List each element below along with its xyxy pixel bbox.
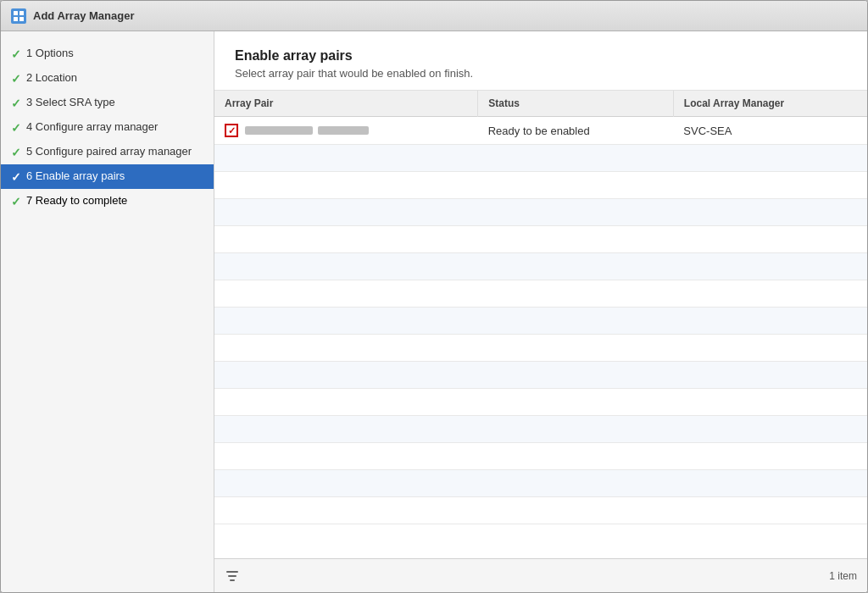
add-array-manager-window: Add Array Manager ✓ 1 Options ✓ 2 Locati… — [0, 0, 868, 593]
footer-icons — [225, 568, 240, 584]
content-title: Enable array pairs — [235, 48, 847, 64]
svg-rect-1 — [19, 11, 24, 15]
svg-rect-2 — [14, 17, 18, 21]
item-count: 1 item — [829, 570, 857, 582]
content-area: Enable array pairs Select array pair tha… — [214, 31, 867, 592]
sidebar-item-label-6: 6 Enable array pairs — [26, 169, 125, 184]
sidebar-item-label-7: 7 Ready to complete — [26, 194, 127, 208]
table-footer: 1 item — [214, 558, 867, 592]
sidebar-item-label-4: 4 Configure array manager — [26, 120, 158, 135]
table-row-empty-4 — [214, 199, 867, 226]
check-icon-7: ✓ — [11, 195, 21, 208]
check-icon-1: ✓ — [11, 47, 21, 61]
table-container: Array Pair Status Local Array Manager — [214, 91, 867, 558]
sidebar-item-configure-array-manager[interactable]: ✓ 4 Configure array manager — [1, 115, 214, 140]
sidebar-item-label-1: 1 Options — [26, 47, 74, 61]
svg-rect-3 — [19, 17, 24, 21]
check-icon-5: ✓ — [11, 146, 21, 159]
table-row-empty-5 — [214, 226, 867, 253]
pair-text-2 — [318, 126, 369, 135]
table-row-empty-12 — [214, 416, 867, 443]
check-icon-2: ✓ — [11, 72, 21, 86]
sidebar-item-options[interactable]: ✓ 1 Options — [1, 42, 214, 66]
sidebar-item-ready-to-complete[interactable]: ✓ 7 Ready to complete — [1, 189, 214, 213]
check-icon-3: ✓ — [11, 97, 21, 110]
table-row-empty-14 — [214, 470, 867, 497]
col-header-status: Status — [478, 91, 674, 117]
sidebar-item-enable-array-pairs[interactable]: ✓ 6 Enable array pairs — [1, 164, 214, 189]
sidebar-item-select-sra-type[interactable]: ✓ 3 Select SRA type — [1, 91, 214, 115]
array-pair-text — [245, 126, 369, 135]
sidebar-item-label-5: 5 Configure paired array manager — [26, 145, 192, 159]
svg-rect-0 — [14, 11, 18, 15]
sidebar: ✓ 1 Options ✓ 2 Location ✓ 3 Select SRA … — [1, 31, 214, 592]
check-icon-4: ✓ — [11, 121, 21, 135]
table-row-empty-10 — [214, 362, 867, 389]
table-header-row: Array Pair Status Local Array Manager — [214, 91, 867, 117]
svg-rect-4 — [226, 571, 238, 573]
array-pair-cell — [214, 117, 478, 145]
table-row-empty-3 — [214, 172, 867, 199]
local-array-manager-cell: SVC-SEA — [673, 117, 867, 145]
col-header-local-array-manager: Local Array Manager — [673, 91, 867, 117]
check-icon-6: ✓ — [11, 170, 21, 184]
filter-icon — [225, 568, 240, 584]
title-bar: Add Array Manager — [1, 1, 867, 31]
table-row: Ready to be enabled SVC-SEA — [214, 117, 867, 145]
window-title: Add Array Manager — [33, 9, 134, 22]
table-row-empty-13 — [214, 443, 867, 470]
sidebar-item-configure-paired-array-manager[interactable]: ✓ 5 Configure paired array manager — [1, 140, 214, 164]
table-row-empty-7 — [214, 280, 867, 308]
array-pairs-table: Array Pair Status Local Array Manager — [214, 91, 867, 524]
content-subtitle: Select array pair that would be enabled … — [235, 67, 847, 80]
sidebar-item-label-2: 2 Location — [26, 71, 77, 86]
sidebar-item-location[interactable]: ✓ 2 Location — [1, 66, 214, 91]
array-pair-checkbox[interactable] — [225, 124, 238, 137]
table-row-empty-8 — [214, 308, 867, 335]
sidebar-item-label-3: 3 Select SRA type — [26, 96, 115, 110]
table-row-empty-6 — [214, 253, 867, 280]
table-row-empty-11 — [214, 389, 867, 416]
table-row-empty-2 — [214, 145, 867, 172]
main-content: ✓ 1 Options ✓ 2 Location ✓ 3 Select SRA … — [1, 31, 867, 592]
svg-rect-6 — [230, 579, 235, 581]
table-row-empty-15 — [214, 497, 867, 524]
status-cell: Ready to be enabled — [478, 117, 674, 145]
content-header: Enable array pairs Select array pair tha… — [214, 31, 867, 91]
window-icon — [11, 8, 26, 24]
svg-rect-5 — [228, 575, 236, 577]
col-header-array-pair: Array Pair — [214, 91, 478, 117]
pair-text-1 — [245, 126, 313, 135]
table-row-empty-9 — [214, 335, 867, 362]
